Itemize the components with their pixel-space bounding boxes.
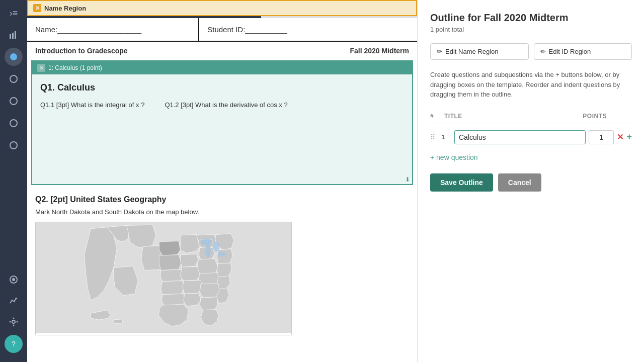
svg-marker-38 (217, 263, 231, 278)
svg-point-10 (12, 320, 15, 323)
svg-marker-18 (127, 225, 156, 248)
circle-4-icon[interactable] (5, 136, 23, 154)
name-region-close[interactable]: ✕ (33, 4, 41, 12)
svg-point-7 (10, 142, 17, 149)
question-points-input-1[interactable] (589, 130, 614, 144)
outline-table-header: # TITLE POINTS (430, 110, 632, 123)
svg-marker-20 (159, 241, 180, 255)
exam-id-box: Student ID:__________ (199, 18, 417, 41)
question-title-input-1[interactable] (454, 130, 586, 144)
new-question-button[interactable]: + new question (430, 149, 632, 165)
edit-name-label: Edit Name Region (445, 48, 499, 55)
svg-marker-37 (217, 249, 232, 264)
svg-point-9 (12, 278, 15, 281)
drag-handle-1[interactable]: ⠿ (430, 133, 438, 141)
question2-desc: Mark North Dakota and South Dakota on th… (35, 208, 409, 216)
question-number-1: 1 (441, 133, 451, 141)
svg-rect-2 (15, 31, 16, 39)
question-row-1: ⠿ 1 ✕ + (430, 127, 632, 147)
student-id-label: Student ID:__________ (207, 25, 287, 34)
question1-close[interactable]: ✕ (37, 64, 45, 72)
pencil-icon-id: ✏ (540, 48, 546, 55)
outline-description: Create questions and subquestions via th… (430, 70, 632, 100)
question1-subpart2: Q1.2 [3pt] What is the derivative of cos… (165, 101, 287, 109)
outline-heading-prefix: Outline for (430, 12, 484, 23)
bar-chart-icon[interactable] (5, 26, 23, 44)
edit-id-label: Edit ID Region (549, 48, 591, 55)
us-map-container (35, 222, 292, 335)
name-region-label: Name Region (44, 5, 86, 12)
exam-title-row: Introduction to Gradescope Fall 2020 Mid… (27, 42, 417, 60)
svg-rect-0 (10, 34, 11, 39)
edit-name-region-button[interactable]: ✏ Edit Name Region (430, 43, 529, 60)
svg-marker-35 (184, 293, 201, 306)
svg-point-47 (205, 244, 210, 257)
svg-marker-45 (114, 319, 123, 324)
question1-region: ✕ 1: Calculus (1 point) Q1. Calculus Q1.… (31, 60, 413, 185)
svg-point-14 (17, 321, 18, 323)
svg-marker-22 (160, 269, 184, 282)
svg-point-4 (10, 75, 17, 82)
region-buttons: ✏ Edit Name Region ✏ Edit ID Region (430, 43, 632, 60)
active-circle-icon[interactable] (5, 48, 23, 66)
question2-title: Q2. [2pt] United States Geography (35, 195, 409, 204)
svg-marker-41 (200, 284, 219, 298)
circle-3-icon[interactable] (5, 114, 23, 132)
new-question-label: + new question (430, 153, 478, 161)
pencil-icon-name: ✏ (437, 48, 442, 55)
svg-marker-32 (198, 258, 218, 274)
svg-marker-24 (180, 254, 198, 267)
cancel-button[interactable]: Cancel (498, 173, 541, 192)
svg-point-49 (218, 252, 226, 256)
svg-marker-44 (91, 310, 110, 320)
svg-point-5 (10, 98, 17, 105)
exam-title: Fall 2020 Midterm (350, 47, 410, 55)
circle-2-icon[interactable] (5, 92, 23, 110)
us-map-svg (36, 222, 292, 333)
save-outline-button[interactable]: Save Outline (430, 173, 493, 192)
edit-id-region-button[interactable]: ✏ Edit ID Region (534, 43, 632, 60)
col-actions-header (607, 113, 632, 120)
name-label: Name:____________________ (35, 25, 141, 34)
exam-name-id-row: Name:____________________ Student ID:___… (27, 18, 417, 42)
question-add-subquestion-1[interactable]: + (626, 132, 632, 142)
svg-point-46 (200, 238, 212, 245)
main-content: ✕ Name Region Name:____________________ … (27, 0, 418, 362)
help-button[interactable]: ? (5, 335, 23, 353)
points-total: 1 point total (430, 26, 632, 33)
svg-marker-34 (183, 280, 202, 294)
question1-title: Q1. Calculus (40, 82, 404, 93)
question1-content: Q1. Calculus Q1.1 [3pt] What is the inte… (32, 74, 412, 175)
question2-section: Q2. [2pt] United States Geography Mark N… (27, 189, 417, 341)
course-name: Introduction to Gradescope (35, 47, 128, 55)
svg-marker-23 (180, 235, 200, 253)
svg-marker-21 (159, 255, 181, 270)
svg-point-11 (13, 318, 15, 319)
right-panel: Outline for Fall 2020 Midterm 1 point to… (418, 0, 644, 362)
question1-subpart1: Q1.1 [3pt] What is the integral of x ? (40, 101, 144, 109)
svg-point-3 (10, 53, 17, 60)
svg-point-48 (213, 241, 219, 252)
col-hash-header: # (430, 113, 440, 120)
sidebar: ›≡ (0, 0, 27, 362)
sidebar-menu-toggle[interactable]: ›≡ (7, 5, 21, 22)
svg-point-12 (13, 325, 15, 326)
svg-rect-1 (12, 33, 14, 39)
question1-banner: ✕ 1: Calculus (1 point) (32, 61, 412, 74)
svg-marker-15 (84, 227, 117, 301)
svg-marker-17 (114, 266, 138, 295)
question-delete-1[interactable]: ✕ (617, 132, 623, 142)
question1-subparts: Q1.1 [3pt] What is the integral of x ? Q… (40, 101, 404, 109)
svg-marker-33 (198, 273, 220, 285)
svg-marker-43 (201, 309, 218, 325)
name-region-banner: ✕ Name Region (27, 0, 417, 16)
circle-1-icon[interactable] (5, 70, 23, 88)
analytics-icon[interactable] (5, 292, 23, 310)
question1-resize-handle[interactable]: ⬇ (32, 175, 412, 184)
col-points-header: POINTS (567, 113, 607, 120)
svg-marker-27 (162, 294, 185, 305)
refresh-icon[interactable] (5, 270, 23, 289)
settings-icon[interactable] (5, 313, 23, 331)
outline-title: Outline for Fall 2020 Midterm (430, 12, 632, 24)
question1-banner-label: 1: Calculus (1 point) (48, 64, 102, 71)
